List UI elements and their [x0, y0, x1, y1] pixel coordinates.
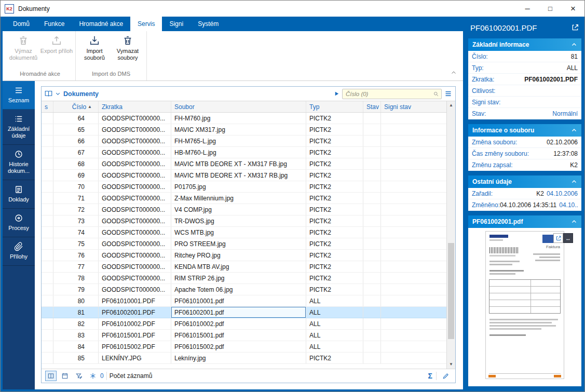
- field-link[interactable]: 04.10.2006: [547, 190, 578, 197]
- table-row[interactable]: 75GOODSPICT000000...PRO STREEM.jpgPICTK2: [42, 238, 446, 250]
- table-row[interactable]: 71GOODSPICT000000...Z-Max Millennium.jpg…: [42, 193, 446, 204]
- column-header-stav[interactable]: Stav: [363, 101, 381, 112]
- table-row[interactable]: 69GOODSPICT000000...MAVIC MTB DEORE XT -…: [42, 170, 446, 181]
- table-row[interactable]: 80PF061010001.PDFPF061010001.pdfALL: [42, 295, 446, 307]
- section-header[interactable]: Ostatní údaje: [468, 175, 581, 188]
- section-header[interactable]: Informace o souboru: [468, 124, 581, 137]
- section-header[interactable]: PF061002001.pdf: [468, 215, 581, 228]
- chevron-up-icon[interactable]: [571, 219, 577, 225]
- field-link[interactable]: 04.10...: [559, 201, 578, 209]
- divider: [106, 372, 107, 380]
- field-label: Změnu zapsal:: [472, 161, 513, 169]
- vertical-scrollbar[interactable]: ▲ ▼: [446, 101, 455, 369]
- cell: PICTK2: [306, 250, 363, 261]
- cell: RIM STRIP 26.jpg: [171, 273, 306, 283]
- column-header-typ[interactable]: Typ: [306, 101, 363, 112]
- table-row[interactable]: 77GOODSPICT000000...KENDA MTB AV.jpgPICT…: [42, 261, 446, 273]
- columns-view-button[interactable]: [45, 371, 57, 381]
- cell: [381, 215, 446, 226]
- field-label: Číslo:: [472, 53, 488, 60]
- cell: 84: [53, 341, 99, 352]
- table-row[interactable]: 72GOODSPICT000000...V4 COMP.jpgPICTK2: [42, 204, 446, 215]
- open-preview-external-icon[interactable]: [553, 233, 563, 243]
- freeze-icon[interactable]: [87, 371, 99, 381]
- edit-pencil-button[interactable]: [440, 371, 452, 381]
- minimize-button[interactable]: ─: [516, 1, 539, 17]
- ribbon-tab-syst-m[interactable]: Systém: [191, 17, 226, 31]
- table-row[interactable]: 74GOODSPICT000000...WCS MTB.jpgPICTK2: [42, 227, 446, 238]
- play-icon[interactable]: [334, 91, 339, 97]
- table-row[interactable]: 81PF061002001.PDFPF061002001.pdfALL: [42, 307, 446, 318]
- ribbon-tab-dom[interactable]: Domů: [6, 17, 37, 31]
- table-row[interactable]: 83PF061015001.PDFPF061015001.pdfALL: [42, 330, 446, 341]
- collapse-ribbon-icon[interactable]: [451, 69, 457, 78]
- sidebar-item-doklady[interactable]: Doklady: [3, 180, 35, 209]
- cell: 82: [53, 318, 99, 329]
- column-header-signi-stav[interactable]: Signi stav: [381, 101, 446, 112]
- table-row[interactable]: 76GOODSPICT000000...Ritchey PRO.jpgPICTK…: [42, 250, 446, 261]
- chevron-up-icon[interactable]: [571, 127, 577, 133]
- form-view-button[interactable]: [59, 371, 71, 381]
- table-row[interactable]: 65GOODSPICT000000...MAVIC XM317.jpgPICTK…: [42, 124, 446, 136]
- sidebar-item-z-kladn-daje[interactable]: Základní údaje: [3, 110, 35, 145]
- table-row[interactable]: 73GOODSPICT000000...TR-DWOS.jpgPICTK2: [42, 215, 446, 227]
- doc-title-text: Faktura: [546, 245, 560, 249]
- sidebar-item-procesy[interactable]: Procesy: [3, 209, 35, 237]
- sidebar-item-seznam[interactable]: Seznam: [3, 81, 35, 110]
- table-menu-icon[interactable]: [444, 90, 452, 98]
- cell: [381, 341, 446, 352]
- table-row[interactable]: 68GOODSPICT000000...MAVIC MTB DEORE XT -…: [42, 158, 446, 170]
- scrollbar-thumb[interactable]: [448, 243, 454, 339]
- chevron-up-icon[interactable]: [571, 179, 577, 185]
- cell: [42, 204, 53, 215]
- sidebar-item-label: Doklady: [8, 196, 29, 203]
- table-row[interactable]: 79GOODSPICT000000...Apache Totem 06.jpgP…: [42, 284, 446, 295]
- cell: [42, 353, 53, 363]
- cell: [42, 113, 53, 124]
- table-row[interactable]: 78GOODSPICT000000...RIM STRIP 26.jpgPICT…: [42, 273, 446, 284]
- book-open-icon[interactable]: [45, 90, 52, 98]
- chevron-up-icon[interactable]: [571, 42, 577, 48]
- column-filter-input[interactable]: [346, 91, 433, 97]
- table-row[interactable]: 67GOODSPICT000000...HB-M760-L.jpgPICTK2: [42, 147, 446, 158]
- sidebar-item-p-lohy[interactable]: Přílohy: [3, 237, 35, 266]
- table-row[interactable]: 84PF061015002.PDFPF061015002.pdfALL: [42, 341, 446, 353]
- cell: [42, 215, 53, 226]
- cell: Apache Totem 06.jpg: [171, 284, 306, 295]
- cell: [363, 193, 381, 204]
- table-row[interactable]: 85LEKNÍNY.JPGLekníny.jpgPICTK2: [42, 353, 446, 364]
- cell: [381, 273, 446, 283]
- ribbon-tab-funkce[interactable]: Funkce: [37, 17, 72, 31]
- filter-edit-button[interactable]: [73, 371, 85, 381]
- pdf-page-thumbnail[interactable]: Faktura: [485, 231, 564, 379]
- sum-button[interactable]: Σ: [428, 372, 432, 380]
- column-header-s[interactable]: s: [42, 101, 53, 112]
- ribbon-tab-servis[interactable]: Servis: [130, 17, 162, 31]
- list-icon: [14, 114, 23, 124]
- table-row[interactable]: 70GOODSPICT000000...P01705.jpgPICTK2: [42, 181, 446, 193]
- table-row[interactable]: 82PF061010002.PDFPF061010002.pdfALL: [42, 318, 446, 330]
- column-header-slo[interactable]: Číslo▲: [53, 101, 99, 112]
- field-link[interactable]: Normální: [552, 110, 578, 117]
- ribbon-tab-hromadn-akce[interactable]: Hromadné akce: [72, 17, 130, 31]
- table-body: sČíslo▲ZkratkaSouborTypStavSigni stav 64…: [42, 101, 455, 369]
- scroll-up-icon[interactable]: ▲: [449, 103, 453, 108]
- detail-field: Signi stav:: [468, 97, 581, 108]
- chevron-down-icon[interactable]: [55, 91, 61, 97]
- column-header-zkratka[interactable]: Zkratka: [99, 101, 171, 112]
- table-row[interactable]: 64GOODSPICT000000...FH-M760.jpgPICTK2: [42, 113, 446, 124]
- ribbon-tab-signi[interactable]: Signi: [162, 17, 191, 31]
- maximize-button[interactable]: □: [539, 1, 562, 17]
- open-external-icon[interactable]: [571, 23, 579, 32]
- ribbon-button-vymazat-soubory[interactable]: Vymazat soubory: [111, 33, 144, 61]
- ribbon-button-import-soubor[interactable]: Import souborů: [78, 33, 111, 61]
- close-button[interactable]: ×: [562, 1, 584, 17]
- section-header[interactable]: Základní informace: [468, 38, 581, 51]
- sidebar-item-historie-dokum[interactable]: Historie dokum...: [3, 145, 35, 180]
- cell: [381, 136, 446, 146]
- doc-line: [489, 273, 515, 275]
- table-row[interactable]: 66GOODSPICT000000...FH-M765-L.jpgPICTK2: [42, 136, 446, 147]
- column-header-soubor[interactable]: Soubor: [171, 101, 306, 112]
- fit-width-icon[interactable]: ↔: [563, 233, 573, 243]
- scroll-down-icon[interactable]: ▼: [449, 362, 453, 367]
